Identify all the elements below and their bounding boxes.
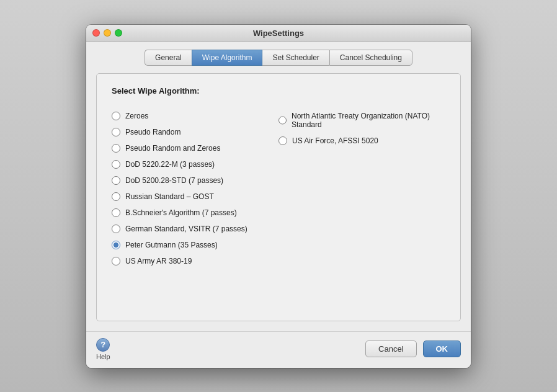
tab-general[interactable]: General <box>145 50 192 66</box>
radio-pseudo-random-zeroes[interactable]: Pseudo Random and Zeroes <box>112 140 278 156</box>
maximize-button[interactable] <box>115 29 122 37</box>
radio-dod-5200-label: DoD 5200.28-STD (7 passes) <box>125 176 223 185</box>
algorithm-col-2: North Atlantic Treaty Organization (NATO… <box>278 108 445 269</box>
algorithm-col-1: Zeroes Pseudo Random Pseudo Random and Z… <box>112 108 278 269</box>
radio-pseudo-random-zeroes-label: Pseudo Random and Zeroes <box>125 144 220 153</box>
close-button[interactable] <box>92 29 100 37</box>
tab-cancel-scheduling[interactable]: Cancel Scheduling <box>329 50 412 66</box>
ok-button[interactable]: OK <box>423 341 461 357</box>
radio-us-army-label: US Army AR 380-19 <box>125 257 192 265</box>
minimize-button[interactable] <box>104 29 111 37</box>
tab-bar: General Wipe Algorithm Set Scheduler Can… <box>96 50 461 66</box>
radio-dod-5220[interactable]: DoD 5220.22-M (3 passes) <box>112 156 278 172</box>
radio-pseudo-random[interactable]: Pseudo Random <box>112 124 278 140</box>
titlebar-controls <box>92 29 122 37</box>
radio-dod-5200-input[interactable] <box>112 176 120 185</box>
radio-us-air-force-input[interactable] <box>278 136 287 145</box>
radio-german-vsitr-label: German Standard, VSITR (7 passes) <box>125 225 247 233</box>
help-section: ? Help <box>96 338 110 360</box>
tab-wipe-algorithm[interactable]: Wipe Algorithm <box>192 50 263 66</box>
radio-gutmann-label: Peter Gutmann (35 Passes) <box>125 241 218 249</box>
radio-pseudo-random-label: Pseudo Random <box>125 128 180 136</box>
radio-schneier-label: B.Schneier's Algorithm (7 passes) <box>125 208 237 217</box>
radio-pseudo-random-input[interactable] <box>112 128 120 136</box>
window-content: General Wipe Algorithm Set Scheduler Can… <box>86 42 471 331</box>
radio-german-vsitr[interactable]: German Standard, VSITR (7 passes) <box>112 221 278 237</box>
radio-gutmann[interactable]: Peter Gutmann (35 Passes) <box>112 237 278 253</box>
wipe-settings-window: WipeSettings General Wipe Algorithm Set … <box>86 25 471 368</box>
radio-zeroes[interactable]: Zeroes <box>112 108 278 124</box>
radio-russian-gost-label: Russian Standard – GOST <box>125 192 214 201</box>
help-icon[interactable]: ? <box>96 338 110 352</box>
cancel-button[interactable]: Cancel <box>365 341 416 357</box>
tab-set-scheduler[interactable]: Set Scheduler <box>262 50 329 66</box>
radio-schneier-input[interactable] <box>112 208 120 217</box>
radio-gutmann-input[interactable] <box>112 241 120 249</box>
radio-dod-5200[interactable]: DoD 5200.28-STD (7 passes) <box>112 172 278 189</box>
help-label: Help <box>96 353 110 360</box>
radio-us-air-force[interactable]: US Air Force, AFSSI 5020 <box>278 133 445 149</box>
radio-russian-gost-input[interactable] <box>112 192 120 201</box>
radio-zeroes-label: Zeroes <box>125 112 148 120</box>
radio-us-air-force-label: US Air Force, AFSSI 5020 <box>292 136 378 145</box>
radio-german-vsitr-input[interactable] <box>112 225 120 233</box>
radio-dod-5220-label: DoD 5220.22-M (3 passes) <box>125 160 215 169</box>
window-title: WipeSettings <box>253 29 304 38</box>
panel-title: Select Wipe Algorithm: <box>112 86 445 96</box>
radio-nato[interactable]: North Atlantic Treaty Organization (NATO… <box>278 108 445 133</box>
radio-dod-5220-input[interactable] <box>112 160 120 169</box>
titlebar: WipeSettings <box>86 25 471 42</box>
radio-us-army[interactable]: US Army AR 380-19 <box>112 253 278 269</box>
radio-nato-label: North Atlantic Treaty Organization (NATO… <box>292 112 445 129</box>
radio-schneier[interactable]: B.Schneier's Algorithm (7 passes) <box>112 205 278 221</box>
radio-nato-input[interactable] <box>278 116 287 125</box>
action-buttons: Cancel OK <box>365 341 461 357</box>
radio-russian-gost[interactable]: Russian Standard – GOST <box>112 189 278 205</box>
radio-pseudo-random-zeroes-input[interactable] <box>112 144 120 153</box>
algorithm-grid: Zeroes Pseudo Random Pseudo Random and Z… <box>112 108 445 269</box>
radio-zeroes-input[interactable] <box>112 112 120 120</box>
radio-us-army-input[interactable] <box>112 257 120 265</box>
bottom-bar: ? Help Cancel OK <box>86 331 471 368</box>
algorithm-panel: Select Wipe Algorithm: Zeroes Pseudo Ran… <box>96 73 461 321</box>
